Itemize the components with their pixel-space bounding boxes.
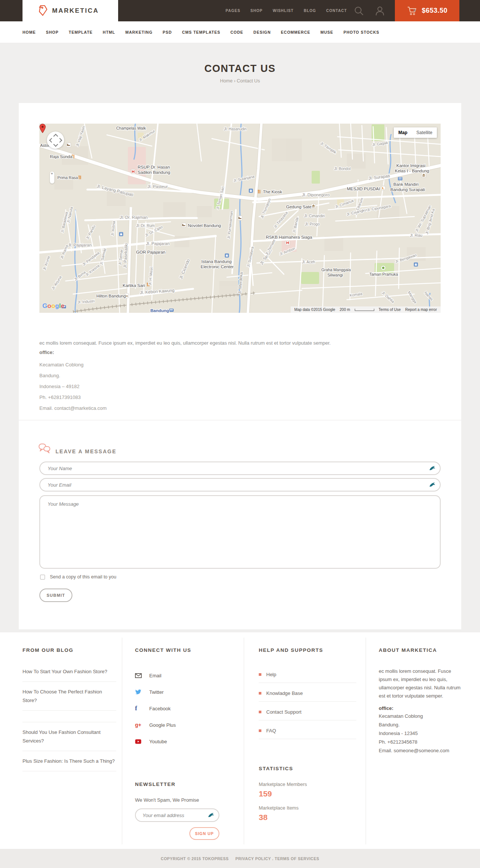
blog-link[interactable]: How To Start Your Own Fashion Store?	[22, 667, 116, 682]
submit-button[interactable]: SUBMIT	[39, 589, 72, 602]
map-poi-hotel-icon[interactable]	[182, 223, 186, 227]
terms-of-use-link[interactable]: Terms of Use	[379, 308, 401, 312]
help-link[interactable]: Knowladge Base	[259, 686, 356, 702]
copyright-text: COPYRIGHT © 2015 TOKOPRESS	[161, 856, 229, 861]
map-poi-shop-icon[interactable]	[414, 263, 418, 267]
copyright-bar: COPYRIGHT © 2015 TOKOPRESS PRIVACY POLIC…	[0, 849, 480, 868]
map-label: Bandung	[150, 308, 169, 313]
pan-left-icon[interactable]	[49, 138, 54, 143]
social-email[interactable]: Email	[135, 667, 234, 684]
map-zoom-control[interactable]	[50, 172, 54, 184]
nav-wishlist[interactable]: WISHLIST	[273, 9, 294, 13]
map-label: Sadikin Bandung	[138, 170, 170, 175]
send-copy-label[interactable]: Send a copy of this email to you	[50, 574, 116, 580]
autofill-icon[interactable]	[429, 482, 435, 487]
map-label: Kantor Imigrasi	[396, 163, 425, 168]
form-heading: LEAVE A MESSAGE	[56, 448, 117, 454]
bullet-icon	[259, 673, 261, 676]
blog-link[interactable]: How To Choose The Perfect Fashion Store?	[22, 687, 116, 711]
catnav-template[interactable]: TEMPLATE	[69, 30, 93, 34]
nav-contact[interactable]: CONTACT	[326, 9, 347, 13]
social-youtube[interactable]: Youtube	[135, 733, 234, 750]
page-title: CONTACT US	[0, 63, 480, 75]
nav-shop[interactable]: SHOP	[250, 9, 262, 13]
send-copy-checkbox[interactable]	[40, 575, 45, 580]
report-map-error-link[interactable]: Report a map error	[405, 308, 437, 312]
help-link[interactable]: Help	[259, 667, 356, 683]
name-input[interactable]	[39, 462, 441, 475]
catnav-design[interactable]: DESIGN	[254, 30, 271, 34]
email-input[interactable]	[39, 478, 441, 492]
autofill-icon[interactable]	[429, 465, 435, 471]
blog-link[interactable]: Plus Size Fashion: Is There Such a Thing…	[22, 757, 116, 771]
map-poi-shop-icon[interactable]	[119, 232, 123, 236]
map[interactable]: Champelas WalkJl. HasanudinJl. Haji Yasi…	[39, 124, 441, 313]
map-label: Prima Rasa	[57, 175, 78, 180]
pan-down-icon[interactable]	[53, 142, 58, 147]
about-line: Bandung.	[379, 720, 464, 729]
social-twitter[interactable]: Twitter	[135, 684, 234, 700]
signup-button[interactable]: SIGN UP	[189, 827, 219, 840]
page-title-section: CONTACT US Home › Contact Us	[0, 43, 480, 103]
map-poi-hotel-icon[interactable]	[238, 216, 242, 220]
map-label: Jl. Aceh	[302, 260, 315, 264]
help-link[interactable]: FAQ	[259, 723, 356, 739]
bullet-icon	[259, 729, 261, 732]
map-poi-shop-icon[interactable]	[225, 254, 229, 258]
nav-pages[interactable]: PAGES	[226, 9, 240, 13]
cart-button[interactable]: $653.50	[395, 0, 459, 21]
catnav-html[interactable]: HTML	[103, 30, 115, 34]
catnav-home[interactable]: HOME	[22, 30, 36, 34]
catnav-shop[interactable]: SHOP	[46, 30, 59, 34]
catnav-psd[interactable]: PSD	[163, 30, 172, 34]
search-icon[interactable]	[353, 5, 364, 16]
map-label: Raja Sunda	[50, 154, 73, 159]
map-button[interactable]: Map	[394, 127, 412, 138]
office-address: Kecamatan Coblong Bandung. Indonesia – 4…	[39, 359, 106, 414]
catnav-ecommerce[interactable]: ECOMMERCE	[281, 30, 310, 34]
map-poi-bank-icon[interactable]	[398, 177, 402, 181]
blog-link[interactable]: Should You Use Fashion Consultant Servic…	[22, 728, 116, 751]
user-icon[interactable]	[374, 5, 386, 16]
map-poi-hotel-icon[interactable]	[66, 143, 71, 147]
map-pan-control[interactable]	[47, 131, 64, 149]
about-line: Indonesia - 12345	[379, 729, 464, 738]
map-marker-icon[interactable]	[39, 124, 46, 133]
message-input[interactable]	[39, 495, 441, 569]
chevron-down-icon[interactable]: »	[412, 9, 418, 12]
google-logo[interactable]: Google	[42, 302, 64, 310]
map-label: The Kiosk	[263, 190, 282, 194]
map-poi-mosque-icon[interactable]	[381, 186, 386, 190]
map-label: Kartika Sari	[123, 283, 145, 288]
breadcrumb-separator: ›	[234, 78, 236, 84]
map-poi-hospital-icon[interactable]	[285, 241, 290, 245]
nav-blog[interactable]: BLOG	[304, 9, 316, 13]
map-scale-bar	[355, 309, 374, 311]
social-facebook[interactable]: f Facebook	[135, 700, 234, 717]
map-poi-hospital-icon[interactable]	[131, 169, 135, 174]
copyright-links[interactable]: PRIVACY POLICY . TERMS OF SERVICES	[236, 856, 319, 861]
breadcrumb-home[interactable]: Home	[220, 78, 232, 84]
catnav-marketing[interactable]: MARKETING	[125, 30, 153, 34]
catnav-cms-templates[interactable]: CMS TEMPLATES	[182, 30, 220, 34]
logo[interactable]: MARKETICA	[22, 0, 118, 21]
map-poi-museum-icon[interactable]	[311, 204, 316, 208]
help-link[interactable]: Contact Support	[259, 705, 356, 720]
map-poi-station-icon[interactable]	[169, 309, 174, 312]
map-poi-shop-icon[interactable]	[249, 189, 253, 193]
catnav-muse[interactable]: MUSE	[321, 30, 333, 34]
newsletter-email-input[interactable]	[135, 808, 219, 822]
map-poi-museum-icon[interactable]	[422, 173, 426, 178]
satellite-button[interactable]: Satellite	[412, 127, 437, 138]
map-label: Jl. Pajajaran	[68, 243, 92, 247]
pan-up-icon[interactable]	[53, 134, 58, 139]
catnav-photo-stocks[interactable]: PHOTO STOCKS	[344, 30, 380, 34]
office-line: Kecamatan Coblong	[39, 359, 106, 370]
catnav-code[interactable]: CODE	[231, 30, 243, 34]
social-google-plus[interactable]: g+ Google Plus	[135, 717, 234, 733]
autofill-icon[interactable]	[208, 812, 214, 818]
footer-about-column: ABOUT MARKETICA ec mollis lorem consequa…	[379, 647, 464, 755]
map-poi-park-icon[interactable]	[381, 266, 386, 270]
pan-right-icon[interactable]	[57, 138, 62, 143]
blog-link[interactable]	[22, 716, 116, 722]
